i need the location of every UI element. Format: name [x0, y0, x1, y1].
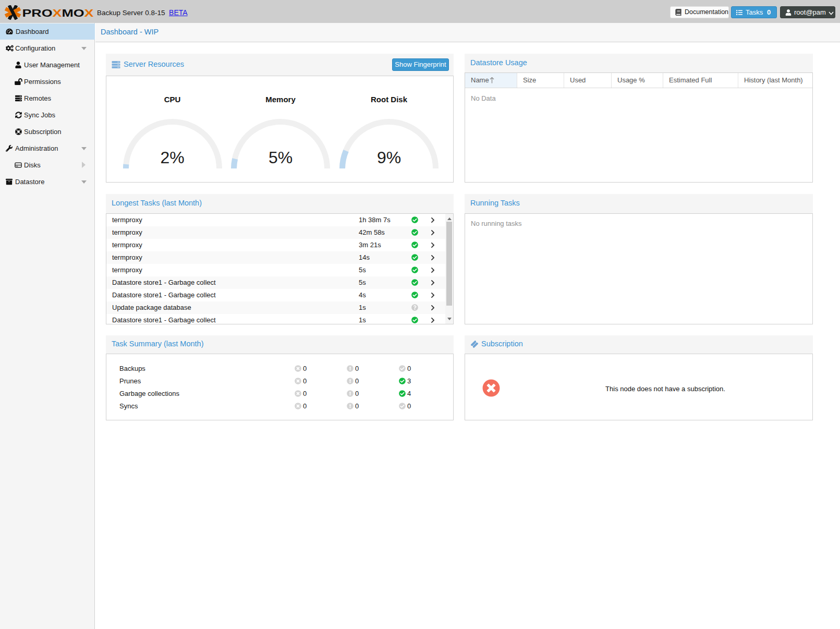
svg-text:PROXMOX: PROXMOX — [22, 7, 94, 19]
